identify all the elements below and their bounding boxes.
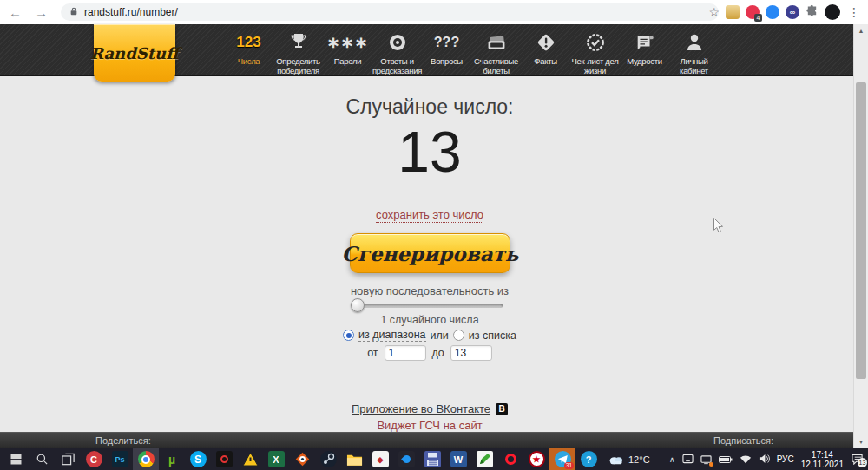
taskbar-app-skype[interactable]: S bbox=[185, 448, 211, 470]
language-indicator[interactable]: РУС bbox=[777, 454, 794, 464]
scroll-icon bbox=[620, 30, 669, 54]
tickets-icon bbox=[471, 30, 521, 54]
site-logo[interactable]: RandStuff bbox=[94, 24, 175, 82]
random-number: 13 bbox=[256, 123, 603, 180]
nav-item-tickets[interactable]: Счастливые билеты bbox=[471, 30, 521, 75]
nav-item-answers[interactable]: Ответы и предсказания bbox=[372, 30, 422, 75]
battery-icon[interactable] bbox=[719, 452, 733, 467]
tray-chevron-up-icon[interactable]: ∧ bbox=[669, 455, 675, 464]
tray-display-icon[interactable] bbox=[700, 454, 712, 465]
puzzle-extensions-icon[interactable] bbox=[806, 4, 819, 21]
taskbar-search-icon[interactable] bbox=[29, 448, 55, 470]
extension-badge: 4 bbox=[754, 14, 762, 22]
taskbar-app-drop[interactable] bbox=[393, 448, 419, 470]
site-navbar: 123 Числа Определить победителя ∗∗∗ Паро… bbox=[0, 24, 853, 76]
scroll-up-arrow[interactable]: ▲ bbox=[854, 24, 868, 37]
tray-tablet-icon[interactable] bbox=[682, 452, 694, 467]
question-marks-icon: ??? bbox=[422, 30, 471, 54]
sequence-prefix-text: новую последовательность из bbox=[256, 284, 603, 297]
share-label: Поделиться: bbox=[95, 435, 151, 446]
nav-item-checklist[interactable]: Чек-лист дел жизни bbox=[570, 30, 620, 75]
person-icon bbox=[669, 30, 719, 54]
notification-center-icon[interactable]: 13 bbox=[851, 454, 864, 465]
taskbar-app-ccleaner[interactable]: C bbox=[81, 448, 107, 470]
nav-item-winner[interactable]: Определить победителя bbox=[273, 30, 323, 75]
taskbar-app-editor[interactable] bbox=[471, 448, 497, 470]
forward-icon[interactable]: → bbox=[35, 6, 48, 19]
url-text: randstuff.ru/number/ bbox=[84, 6, 178, 18]
save-number-link[interactable]: сохранить это число bbox=[376, 208, 483, 223]
nav-item-numbers[interactable]: 123 Числа bbox=[224, 30, 273, 75]
taskbar-app-excel[interactable]: X bbox=[263, 448, 289, 470]
generate-button[interactable]: Сгенерировать bbox=[350, 233, 510, 273]
taskbar-clock[interactable]: 17:14 12.11.2021 bbox=[801, 450, 844, 469]
notification-badge: 13 bbox=[858, 458, 867, 467]
nav-item-passwords[interactable]: ∗∗∗ Пароли bbox=[323, 30, 372, 75]
extension-home-icon[interactable] bbox=[726, 5, 740, 19]
nav-item-account[interactable]: Личный кабинет bbox=[669, 30, 719, 75]
count-slider[interactable] bbox=[353, 304, 503, 308]
extension-blue-icon[interactable] bbox=[766, 5, 779, 19]
bookmark-star-icon[interactable]: ☆ bbox=[708, 5, 720, 19]
taskbar-app-word[interactable]: W bbox=[445, 448, 471, 470]
profile-avatar[interactable] bbox=[825, 4, 840, 20]
slider-handle[interactable] bbox=[351, 298, 365, 312]
trophy-icon bbox=[273, 30, 323, 54]
scrollbar-thumb[interactable] bbox=[856, 82, 866, 379]
taskbar-app-utorrent[interactable]: µ bbox=[159, 448, 185, 470]
screen: ← → randstuff.ru/number/ ☆ 4 ∞ ⋮ bbox=[0, 0, 868, 470]
taskbar-app-unknown-red[interactable]: ◆ bbox=[367, 448, 393, 470]
browser-toolbar: ← → randstuff.ru/number/ ☆ 4 ∞ ⋮ bbox=[0, 0, 868, 24]
nav-item-wisdom[interactable]: Мудрости bbox=[620, 30, 669, 75]
lock-icon bbox=[69, 4, 78, 20]
back-icon[interactable]: ← bbox=[9, 6, 22, 19]
taskbar-app-recorder[interactable] bbox=[211, 448, 237, 470]
vk-icon[interactable]: B bbox=[496, 403, 508, 415]
cloud-icon bbox=[608, 454, 624, 465]
from-label: от bbox=[367, 347, 378, 359]
address-bar[interactable]: randstuff.ru/number/ bbox=[61, 3, 719, 21]
taskbar-app-telegram-highlighted[interactable]: 31 bbox=[549, 448, 575, 470]
nav-item-facts[interactable]: Факты bbox=[521, 30, 570, 75]
wifi-icon[interactable] bbox=[740, 452, 752, 467]
windows-taskbar: C Ps µ S X ◆ W bbox=[0, 448, 868, 470]
volume-icon[interactable] bbox=[759, 452, 770, 467]
taskbar-app-chrome-active[interactable] bbox=[133, 448, 159, 470]
task-view-icon[interactable] bbox=[55, 448, 81, 470]
list-radio-label[interactable]: из списка bbox=[469, 330, 516, 342]
browser-menu-kebab-icon[interactable]: ⋮ bbox=[846, 5, 862, 19]
taskbar-app-image-viewer[interactable] bbox=[289, 448, 315, 470]
taskbar-app-aida[interactable] bbox=[237, 448, 263, 470]
asterisks-icon: ∗∗∗ bbox=[323, 30, 372, 54]
subscribe-label: Подписаться: bbox=[713, 435, 773, 446]
range-radio-label[interactable]: из диапазона bbox=[358, 329, 425, 342]
clock-date: 12.11.2021 bbox=[801, 460, 844, 469]
taskbar-app-steam[interactable] bbox=[315, 448, 341, 470]
weather-temp: 12°C bbox=[628, 454, 650, 465]
nav-item-questions[interactable]: ??? Вопросы bbox=[422, 30, 471, 75]
to-input[interactable] bbox=[450, 345, 492, 361]
site-footer-bar: Поделиться: Подписаться: bbox=[0, 432, 853, 448]
taskbar-weather[interactable]: 12°C bbox=[608, 454, 650, 465]
list-radio[interactable] bbox=[453, 330, 464, 341]
extension-red-icon[interactable]: 4 bbox=[746, 5, 760, 19]
from-input[interactable] bbox=[385, 345, 426, 361]
taskbar-app-database[interactable] bbox=[419, 448, 445, 470]
extension-mask-icon[interactable]: ∞ bbox=[786, 5, 799, 19]
taskbar-app-pokerstars[interactable]: ★ bbox=[523, 448, 549, 470]
numbers-123-icon: 123 bbox=[224, 30, 273, 54]
start-button[interactable] bbox=[3, 448, 29, 470]
taskbar-app-opera[interactable] bbox=[497, 448, 523, 470]
checklist-badge-icon bbox=[570, 30, 620, 54]
taskbar-app-photoshop[interactable]: Ps bbox=[107, 448, 133, 470]
scroll-down-arrow[interactable]: ▼ bbox=[854, 435, 868, 448]
taskbar-app-file-explorer[interactable] bbox=[341, 448, 367, 470]
taskbar-app-help[interactable]: ? bbox=[575, 448, 602, 470]
page-scrollbar[interactable]: ▲ ▼ bbox=[853, 24, 868, 448]
chrome-icon bbox=[138, 451, 155, 467]
range-radio[interactable] bbox=[343, 330, 354, 341]
page-title: Случайное число: bbox=[256, 95, 603, 119]
sequence-suffix-text: 1 случайного числа bbox=[256, 314, 603, 326]
to-label: до bbox=[432, 347, 444, 359]
vk-app-link[interactable]: Приложение во ВКонтакте bbox=[352, 402, 490, 415]
